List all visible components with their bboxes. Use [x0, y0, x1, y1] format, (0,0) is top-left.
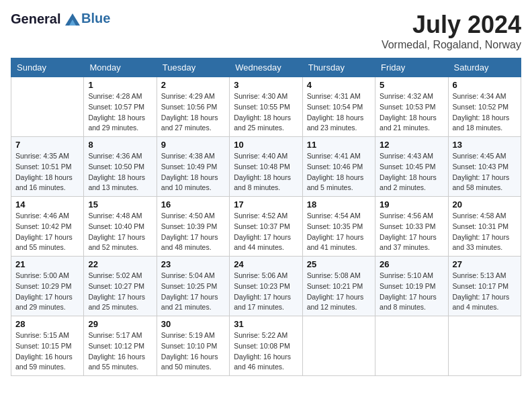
day-number: 5	[380, 80, 443, 90]
calendar-cell	[375, 316, 448, 376]
day-number: 21	[15, 259, 79, 269]
weekday-header-friday: Friday	[375, 58, 448, 77]
calendar-cell: 22Sunrise: 5:02 AMSunset: 10:27 PMDaylig…	[84, 257, 157, 316]
day-number: 23	[161, 259, 225, 269]
page-header: General Blue July 2024 Vormedal, Rogalan…	[11, 11, 521, 51]
day-number: 1	[88, 80, 152, 90]
calendar-week-row: 7Sunrise: 4:35 AMSunset: 10:51 PMDayligh…	[11, 137, 521, 197]
day-number: 14	[15, 199, 79, 210]
day-number: 28	[15, 319, 79, 329]
calendar-week-row: 28Sunrise: 5:15 AMSunset: 10:15 PMDaylig…	[11, 316, 521, 376]
weekday-header-thursday: Thursday	[302, 58, 375, 77]
day-detail: Sunrise: 5:15 AMSunset: 10:15 PMDaylight…	[15, 330, 79, 373]
calendar-cell: 12Sunrise: 4:43 AMSunset: 10:45 PMDaylig…	[375, 137, 448, 197]
day-number: 15	[88, 199, 152, 210]
calendar-cell: 7Sunrise: 4:35 AMSunset: 10:51 PMDayligh…	[11, 137, 84, 197]
day-detail: Sunrise: 4:52 AMSunset: 10:37 PMDaylight…	[234, 211, 298, 253]
day-number: 19	[380, 199, 443, 210]
day-number: 30	[161, 319, 225, 329]
calendar-cell: 11Sunrise: 4:41 AMSunset: 10:46 PMDaylig…	[302, 137, 375, 197]
logo-text: General	[11, 11, 80, 26]
day-number: 29	[88, 319, 152, 329]
calendar-cell: 20Sunrise: 4:58 AMSunset: 10:31 PMDaylig…	[448, 197, 521, 257]
day-detail: Sunrise: 4:41 AMSunset: 10:46 PMDaylight…	[307, 151, 371, 193]
day-detail: Sunrise: 4:34 AMSunset: 10:52 PMDaylight…	[453, 91, 517, 134]
calendar-cell: 28Sunrise: 5:15 AMSunset: 10:15 PMDaylig…	[11, 316, 84, 376]
day-detail: Sunrise: 4:48 AMSunset: 10:40 PMDaylight…	[88, 211, 152, 253]
month-title: July 2024	[382, 11, 521, 39]
calendar-week-row: 21Sunrise: 5:00 AMSunset: 10:29 PMDaylig…	[11, 257, 521, 316]
day-detail: Sunrise: 4:28 AMSunset: 10:57 PMDaylight…	[88, 91, 152, 134]
title-area: July 2024 Vormedal, Rogaland, Norway	[382, 11, 521, 51]
calendar-cell: 10Sunrise: 4:40 AMSunset: 10:48 PMDaylig…	[230, 137, 302, 197]
calendar-cell: 13Sunrise: 4:45 AMSunset: 10:43 PMDaylig…	[448, 137, 521, 197]
day-number: 17	[234, 199, 298, 210]
day-number: 18	[307, 199, 371, 210]
day-detail: Sunrise: 4:29 AMSunset: 10:56 PMDaylight…	[161, 91, 225, 134]
day-number: 4	[307, 80, 371, 90]
calendar-cell: 9Sunrise: 4:38 AMSunset: 10:49 PMDayligh…	[157, 137, 229, 197]
day-detail: Sunrise: 5:04 AMSunset: 10:25 PMDaylight…	[161, 271, 225, 313]
calendar-cell: 8Sunrise: 4:36 AMSunset: 10:50 PMDayligh…	[84, 137, 157, 197]
day-detail: Sunrise: 4:43 AMSunset: 10:45 PMDaylight…	[380, 151, 443, 193]
day-detail: Sunrise: 5:13 AMSunset: 10:17 PMDaylight…	[453, 271, 517, 313]
calendar-cell: 24Sunrise: 5:06 AMSunset: 10:23 PMDaylig…	[230, 257, 302, 316]
calendar-cell: 16Sunrise: 4:50 AMSunset: 10:39 PMDaylig…	[157, 197, 229, 257]
day-detail: Sunrise: 4:30 AMSunset: 10:55 PMDaylight…	[234, 91, 298, 134]
calendar-cell: 3Sunrise: 4:30 AMSunset: 10:55 PMDayligh…	[230, 77, 302, 137]
calendar-cell: 2Sunrise: 4:29 AMSunset: 10:56 PMDayligh…	[157, 77, 229, 137]
day-detail: Sunrise: 4:46 AMSunset: 10:42 PMDaylight…	[15, 211, 79, 253]
calendar-cell: 31Sunrise: 5:22 AMSunset: 10:08 PMDaylig…	[230, 316, 302, 376]
day-detail: Sunrise: 5:02 AMSunset: 10:27 PMDaylight…	[88, 271, 152, 313]
day-detail: Sunrise: 4:31 AMSunset: 10:54 PMDaylight…	[307, 91, 371, 134]
day-detail: Sunrise: 4:36 AMSunset: 10:50 PMDaylight…	[88, 151, 152, 193]
calendar-cell	[11, 77, 84, 137]
calendar-cell: 29Sunrise: 5:17 AMSunset: 10:12 PMDaylig…	[84, 316, 157, 376]
day-number: 27	[453, 259, 517, 269]
day-number: 10	[234, 140, 298, 150]
calendar-cell: 17Sunrise: 4:52 AMSunset: 10:37 PMDaylig…	[230, 197, 302, 257]
day-detail: Sunrise: 4:58 AMSunset: 10:31 PMDaylight…	[453, 211, 517, 253]
calendar-cell: 4Sunrise: 4:31 AMSunset: 10:54 PMDayligh…	[302, 77, 375, 137]
logo-icon	[65, 13, 80, 26]
weekday-header-monday: Monday	[84, 58, 157, 77]
weekday-header-saturday: Saturday	[448, 58, 521, 77]
calendar-cell: 18Sunrise: 4:54 AMSunset: 10:35 PMDaylig…	[302, 197, 375, 257]
logo-blue: Blue	[81, 11, 110, 26]
day-number: 22	[88, 259, 152, 269]
day-number: 13	[453, 140, 517, 150]
calendar-cell: 25Sunrise: 5:08 AMSunset: 10:21 PMDaylig…	[302, 257, 375, 316]
calendar-cell: 21Sunrise: 5:00 AMSunset: 10:29 PMDaylig…	[11, 257, 84, 316]
day-number: 26	[380, 259, 443, 269]
calendar-week-row: 1Sunrise: 4:28 AMSunset: 10:57 PMDayligh…	[11, 77, 521, 137]
calendar-cell	[448, 316, 521, 376]
calendar-cell: 23Sunrise: 5:04 AMSunset: 10:25 PMDaylig…	[157, 257, 229, 316]
day-detail: Sunrise: 5:22 AMSunset: 10:08 PMDaylight…	[234, 330, 298, 373]
calendar-cell: 15Sunrise: 4:48 AMSunset: 10:40 PMDaylig…	[84, 197, 157, 257]
calendar-cell: 26Sunrise: 5:10 AMSunset: 10:19 PMDaylig…	[375, 257, 448, 316]
day-number: 2	[161, 80, 225, 90]
day-detail: Sunrise: 5:17 AMSunset: 10:12 PMDaylight…	[88, 330, 152, 373]
day-detail: Sunrise: 4:35 AMSunset: 10:51 PMDaylight…	[15, 151, 79, 193]
day-detail: Sunrise: 4:54 AMSunset: 10:35 PMDaylight…	[307, 211, 371, 253]
location-text: Vormedal, Rogaland, Norway	[382, 39, 521, 51]
day-number: 12	[380, 140, 443, 150]
day-detail: Sunrise: 5:10 AMSunset: 10:19 PMDaylight…	[380, 271, 443, 313]
day-detail: Sunrise: 4:45 AMSunset: 10:43 PMDaylight…	[453, 151, 517, 193]
day-number: 20	[453, 199, 517, 210]
weekday-header-wednesday: Wednesday	[230, 58, 302, 77]
day-number: 11	[307, 140, 371, 150]
day-detail: Sunrise: 4:50 AMSunset: 10:39 PMDaylight…	[161, 211, 225, 253]
day-detail: Sunrise: 5:08 AMSunset: 10:21 PMDaylight…	[307, 271, 371, 313]
weekday-header-sunday: Sunday	[11, 58, 84, 77]
day-detail: Sunrise: 4:40 AMSunset: 10:48 PMDaylight…	[234, 151, 298, 193]
calendar-cell: 19Sunrise: 4:56 AMSunset: 10:33 PMDaylig…	[375, 197, 448, 257]
day-number: 25	[307, 259, 371, 269]
calendar-cell: 5Sunrise: 4:32 AMSunset: 10:53 PMDayligh…	[375, 77, 448, 137]
day-number: 9	[161, 140, 225, 150]
day-number: 24	[234, 259, 298, 269]
logo: General Blue	[11, 11, 110, 26]
calendar-week-row: 14Sunrise: 4:46 AMSunset: 10:42 PMDaylig…	[11, 197, 521, 257]
day-detail: Sunrise: 4:38 AMSunset: 10:49 PMDaylight…	[161, 151, 225, 193]
day-number: 8	[88, 140, 152, 150]
